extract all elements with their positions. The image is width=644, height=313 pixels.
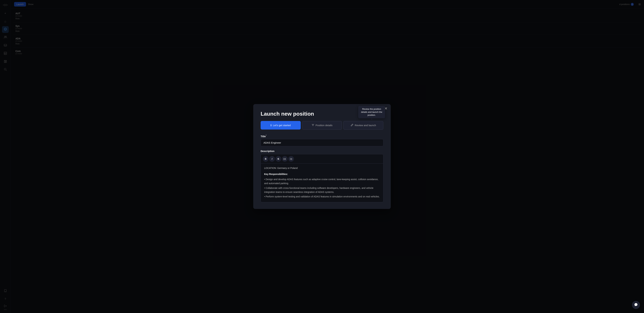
- step-tab-wrapper-position-details: Position details: [302, 121, 342, 130]
- bold-button[interactable]: B: [263, 156, 268, 162]
- review-launch-tooltip: Review the position details and launch t…: [358, 106, 385, 118]
- info-icon: ℹ: [270, 124, 272, 127]
- tab-get-started-label: Let's get started: [273, 124, 291, 127]
- step-tab-wrapper-get-started: ℹ Let's get started: [260, 121, 301, 130]
- step-tab-wrapper-review-launch: Review the position details and launch t…: [343, 121, 384, 130]
- description-bullet: • Collaborate with cross-functional team…: [264, 186, 380, 194]
- strikethrough-button[interactable]: S̶: [276, 156, 281, 162]
- description-bullet: • Perform system-level testing and valid…: [264, 195, 380, 199]
- italic-button[interactable]: I: [269, 156, 275, 162]
- bullet-list-button[interactable]: [282, 156, 288, 162]
- chat-widget[interactable]: [632, 301, 640, 309]
- form-section: Title* Description B I S̶: [260, 134, 384, 202]
- description-section-title: Key Responsibilities:: [264, 172, 380, 176]
- tab-get-started[interactable]: ℹ Let's get started: [260, 121, 301, 130]
- filter-icon: [312, 124, 314, 127]
- step-tabs: ℹ Let's get started Position details R: [260, 121, 384, 130]
- tab-position-details-label: Position details: [316, 124, 332, 127]
- modal: ✕ Launch new position ℹ Let's get starte…: [253, 104, 391, 209]
- svg-point-19: [284, 159, 284, 159]
- title-label: Title*: [260, 134, 384, 138]
- ordered-list-button[interactable]: 1. 2. 3.: [288, 156, 294, 162]
- pencil-icon: [351, 124, 353, 127]
- editor-content[interactable]: LOCATION: Germany or Poland Key Responsi…: [261, 164, 383, 202]
- svg-text:3.: 3.: [290, 159, 291, 160]
- tab-review-launch[interactable]: Review and launch: [343, 121, 384, 130]
- title-input[interactable]: [260, 139, 384, 146]
- tab-position-details[interactable]: Position details: [302, 121, 342, 130]
- svg-point-21: [284, 159, 284, 160]
- chat-icon: [634, 303, 638, 307]
- description-bullet: • Design and develop ADAS features such …: [264, 177, 380, 186]
- description-label: Description: [260, 150, 384, 152]
- editor-toolbar: B I S̶: [261, 154, 383, 164]
- description-editor: B I S̶: [260, 154, 384, 202]
- tab-review-launch-label: Review and launch: [355, 124, 376, 127]
- svg-point-17: [284, 158, 284, 159]
- modal-overlay[interactable]: ✕ Launch new position ℹ Let's get starte…: [0, 0, 644, 313]
- description-location: LOCATION: Germany or Poland: [264, 166, 380, 170]
